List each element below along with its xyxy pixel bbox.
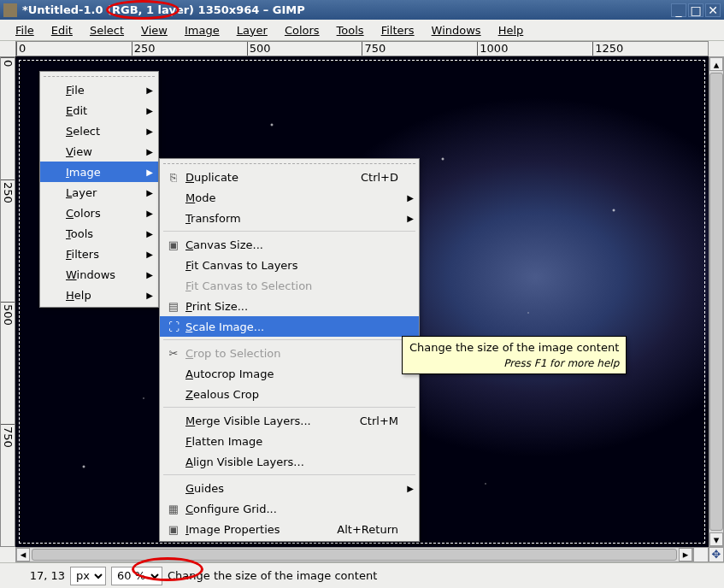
ruler-horizontal[interactable]: 0 250 500 750 1000 1250 — [15, 41, 709, 56]
quick-mask-button[interactable] — [693, 547, 709, 562]
scrollbar-horizontal[interactable]: ◂ ▸ — [15, 547, 693, 562]
ctx-main-item-help[interactable]: Help▶ — [40, 285, 158, 305]
window-title: *Untitled-1.0 (RGB, 1 layer) 1350x964 – … — [22, 3, 671, 16]
ctx-image-item[interactable]: Flatten Image — [160, 431, 419, 451]
pointer-coords: 17, 13 — [5, 569, 65, 582]
ctx-image-item[interactable]: Align Visible Layers... — [160, 451, 419, 472]
ruler-tick: 250 — [1, 179, 15, 302]
ctx-main-item-view[interactable]: View▶ — [40, 141, 158, 162]
unit-select[interactable]: px — [70, 567, 106, 585]
ctx-main-item-tools[interactable]: Tools▶ — [40, 223, 158, 244]
ctx-image-item[interactable]: ▣Image PropertiesAlt+Return — [160, 519, 419, 539]
minimize-button[interactable]: _ — [671, 3, 686, 17]
ctx-main-item-file[interactable]: File▶ — [40, 79, 158, 100]
ctx-main-item-edit[interactable]: Edit▶ — [40, 100, 158, 121]
menu-layer[interactable]: Layer — [228, 21, 276, 39]
menu-image[interactable]: Image — [176, 21, 228, 39]
menu-help[interactable]: Help — [490, 21, 533, 39]
zoom-select[interactable]: 60 % — [111, 567, 162, 585]
tooltip-text: Change the size of the image content — [409, 341, 619, 354]
scrollbar-vertical[interactable]: ▴ ▾ — [709, 56, 724, 547]
context-menu-main: File▶Edit▶Select▶View▶Image▶Layer▶Colors… — [39, 71, 159, 308]
ctx-image-item[interactable]: ▦Configure Grid... — [160, 498, 419, 519]
menu-filters[interactable]: Filters — [373, 21, 423, 39]
ruler-vertical[interactable]: 0 250 500 750 — [0, 56, 15, 547]
ctx-image-item: Fit Canvas to Selection — [160, 275, 419, 296]
ctx-image-item[interactable]: ▣Canvas Size... — [160, 234, 419, 255]
ctx-image-item[interactable]: ⛶Scale Image... — [160, 316, 419, 337]
ruler-tick: 750 — [1, 424, 15, 546]
ruler-tick: 750 — [362, 42, 477, 56]
ctx-image-item[interactable]: Merge Visible Layers...Ctrl+M — [160, 410, 419, 431]
ctx-main-item-select[interactable]: Select▶ — [40, 121, 158, 141]
ctx-image-item[interactable]: Autocrop Image — [160, 363, 419, 384]
ruler-tick: 250 — [132, 42, 247, 56]
menu-view[interactable]: View — [132, 21, 176, 39]
tooltip-subtext: Press F1 for more help — [409, 357, 619, 369]
navigation-icon[interactable]: ✥ — [709, 547, 724, 562]
scroll-left-arrow-icon[interactable]: ◂ — [16, 548, 30, 562]
window-titlebar: *Untitled-1.0 (RGB, 1 layer) 1350x964 – … — [0, 0, 724, 20]
scroll-thumb[interactable] — [32, 549, 677, 561]
menu-select[interactable]: Select — [81, 21, 132, 39]
statusbar: 17, 13 px 60 % Change the size of the im… — [0, 562, 724, 588]
scroll-thumb[interactable] — [709, 73, 723, 531]
ctx-main-item-layer[interactable]: Layer▶ — [40, 182, 158, 203]
ctx-image-item[interactable]: Zealous Crop — [160, 384, 419, 404]
ctx-main-item-filters[interactable]: Filters▶ — [40, 244, 158, 264]
ruler-tick: 500 — [1, 302, 15, 424]
ctx-image-item[interactable]: ▤Print Size... — [160, 296, 419, 316]
ruler-tick: 1000 — [477, 42, 592, 56]
ruler-tick: 1250 — [592, 42, 708, 56]
status-message: Change the size of the image content — [168, 569, 719, 582]
ctx-main-item-image[interactable]: Image▶ — [40, 162, 158, 182]
ctx-main-item-windows[interactable]: Windows▶ — [40, 264, 158, 285]
scroll-right-arrow-icon[interactable]: ▸ — [679, 548, 692, 562]
tooltip: Change the size of the image content Pre… — [402, 336, 627, 374]
ruler-tick: 0 — [16, 42, 132, 56]
menu-edit[interactable]: Edit — [43, 21, 81, 39]
ctx-image-item: ✂Crop to Selection — [160, 343, 419, 363]
ruler-tick: 0 — [1, 57, 15, 179]
menubar: File Edit Select View Image Layer Colors… — [0, 20, 724, 41]
scroll-down-arrow-icon[interactable]: ▾ — [709, 532, 723, 546]
close-button[interactable]: ✕ — [705, 3, 721, 17]
ctx-main-item-colors[interactable]: Colors▶ — [40, 203, 158, 223]
scroll-up-arrow-icon[interactable]: ▴ — [709, 57, 723, 71]
ctx-image-item[interactable]: Fit Canvas to Layers — [160, 255, 419, 275]
ctx-image-item[interactable]: Guides▶ — [160, 478, 419, 498]
menu-tools[interactable]: Tools — [328, 21, 373, 39]
ctx-image-item[interactable]: Mode▶ — [160, 187, 419, 208]
menu-file[interactable]: File — [7, 21, 43, 39]
app-icon — [3, 3, 17, 17]
ruler-tick: 500 — [247, 42, 362, 56]
menu-colors[interactable]: Colors — [276, 21, 328, 39]
ctx-image-item[interactable]: ⎘DuplicateCtrl+D — [160, 167, 419, 187]
menu-windows[interactable]: Windows — [423, 21, 490, 39]
maximize-button[interactable]: □ — [688, 3, 703, 17]
ctx-image-item[interactable]: Transform▶ — [160, 208, 419, 228]
context-menu-image: ⎘DuplicateCtrl+DMode▶Transform▶▣Canvas S… — [159, 158, 420, 542]
